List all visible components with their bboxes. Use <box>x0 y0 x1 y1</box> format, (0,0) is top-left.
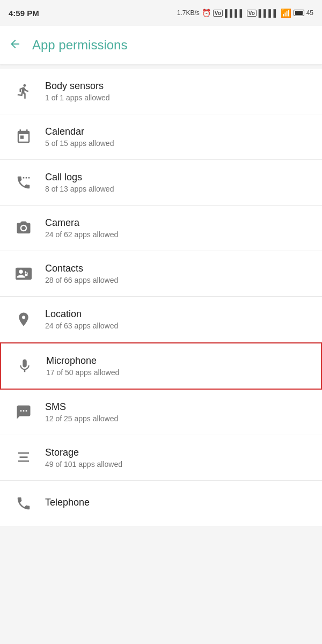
call-logs-text: Call logs 8 of 13 apps allowed <box>45 172 311 193</box>
contacts-icon <box>11 261 36 287</box>
permission-item-contacts[interactable]: Contacts 28 of 66 apps allowed <box>0 251 322 297</box>
battery-icon <box>294 10 304 16</box>
signal-bars-1: ▌▌▌▌ <box>225 9 245 17</box>
contacts-count: 28 of 66 apps allowed <box>45 276 311 284</box>
call-logs-name: Call logs <box>45 172 311 183</box>
permission-item-sms[interactable]: SMS 12 of 25 apps allowed <box>0 390 322 435</box>
storage-count: 49 of 101 apps allowed <box>45 460 311 469</box>
status-time: 4:59 PM <box>9 9 39 18</box>
permission-item-camera[interactable]: Camera 24 of 62 apps allowed <box>0 206 322 251</box>
permission-item-telephone[interactable]: Telephone <box>0 481 322 526</box>
permission-item-location[interactable]: Location 24 of 63 apps allowed <box>0 297 322 342</box>
body-sensors-name: Body sensors <box>45 80 311 92</box>
volte-icon-2: Vo <box>247 10 257 17</box>
location-count: 24 of 63 apps allowed <box>45 321 311 330</box>
body-sensors-icon <box>11 78 36 104</box>
call-logs-count: 8 of 13 apps allowed <box>45 185 311 193</box>
calendar-icon <box>11 124 36 150</box>
status-icons: 1.7KB/s ⏰ Vo ▌▌▌▌ Vo ▌▌▌▌ 📶 45 <box>177 8 313 18</box>
permission-item-storage[interactable]: Storage 49 of 101 apps allowed <box>0 435 322 481</box>
calendar-count: 5 of 15 apps allowed <box>45 139 311 148</box>
volte-icon-1: Vo <box>213 10 223 17</box>
telephone-icon <box>11 491 36 516</box>
microphone-count: 17 of 50 apps allowed <box>46 368 310 377</box>
wifi-icon: 📶 <box>281 8 291 18</box>
back-button[interactable] <box>9 38 21 53</box>
permission-item-microphone[interactable]: Microphone 17 of 50 apps allowed <box>0 342 322 390</box>
microphone-icon <box>12 353 38 379</box>
camera-icon <box>11 215 36 241</box>
sms-count: 12 of 25 apps allowed <box>45 414 311 423</box>
contacts-name: Contacts <box>45 263 311 274</box>
clock-icon: ⏰ <box>202 9 211 17</box>
status-bar: 4:59 PM 1.7KB/s ⏰ Vo ▌▌▌▌ Vo ▌▌▌▌ 📶 45 <box>0 0 322 26</box>
speed-indicator: 1.7KB/s <box>177 9 200 17</box>
camera-text: Camera 24 of 62 apps allowed <box>45 217 311 239</box>
page-title: App permissions <box>32 38 127 53</box>
permission-item-calendar[interactable]: Calendar 5 of 15 apps allowed <box>0 114 322 160</box>
calendar-text: Calendar 5 of 15 apps allowed <box>45 126 311 148</box>
battery-level: 45 <box>306 9 313 17</box>
calendar-name: Calendar <box>45 126 311 137</box>
telephone-name: Telephone <box>45 497 311 508</box>
signal-bars-2: ▌▌▌▌ <box>259 9 279 17</box>
camera-name: Camera <box>45 217 311 229</box>
app-bar: App permissions <box>0 26 322 64</box>
storage-text: Storage 49 of 101 apps allowed <box>45 447 311 469</box>
permission-item-body-sensors[interactable]: Body sensors 1 of 1 apps allowed <box>0 69 322 114</box>
permission-item-call-logs[interactable]: Call logs 8 of 13 apps allowed <box>0 160 322 206</box>
sms-text: SMS 12 of 25 apps allowed <box>45 401 311 423</box>
body-sensors-text: Body sensors 1 of 1 apps allowed <box>45 80 311 102</box>
location-icon <box>11 306 36 332</box>
location-name: Location <box>45 309 311 320</box>
storage-icon <box>11 445 36 471</box>
telephone-text: Telephone <box>45 497 311 510</box>
contacts-text: Contacts 28 of 66 apps allowed <box>45 263 311 284</box>
microphone-name: Microphone <box>46 355 310 367</box>
permissions-list: Body sensors 1 of 1 apps allowed Calenda… <box>0 69 322 526</box>
call-logs-icon <box>11 170 36 195</box>
sms-name: SMS <box>45 401 311 413</box>
sms-icon <box>11 399 36 425</box>
body-sensors-count: 1 of 1 apps allowed <box>45 93 311 102</box>
microphone-text: Microphone 17 of 50 apps allowed <box>46 355 310 377</box>
camera-count: 24 of 62 apps allowed <box>45 230 311 239</box>
location-text: Location 24 of 63 apps allowed <box>45 309 311 330</box>
storage-name: Storage <box>45 447 311 458</box>
